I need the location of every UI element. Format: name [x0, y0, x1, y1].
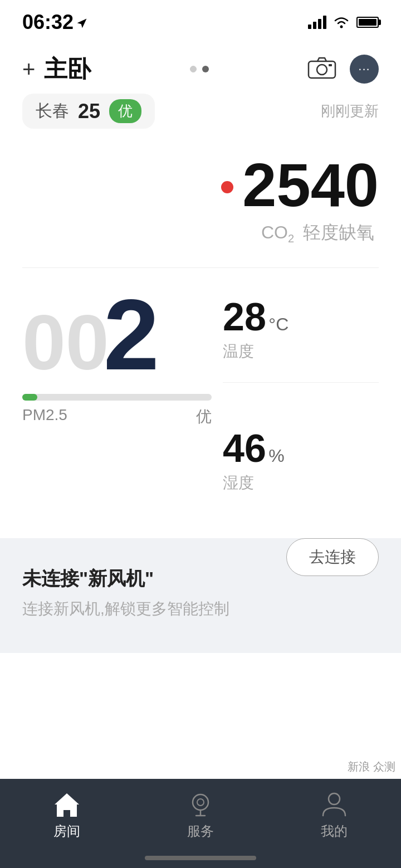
svg-point-4 — [193, 794, 208, 810]
connect-panel: 去连接 未连接"新风机" 连接新风机,解锁更多智能控制 — [0, 538, 401, 653]
add-button[interactable]: + — [22, 58, 35, 80]
temperature-value: 28 — [223, 295, 266, 339]
humidity-value-row: 46 % — [223, 427, 379, 470]
location-icon — [77, 16, 89, 28]
svg-rect-1 — [309, 61, 335, 78]
weather-bar: 长春 25 优 刚刚更新 — [0, 94, 401, 129]
co2-value: 2540 — [242, 151, 379, 218]
status-time: 06:32 — [22, 11, 89, 34]
header: + 主卧 ··· — [0, 45, 401, 94]
co2-indicator-dot — [221, 181, 233, 193]
metrics-row: 00 2 PM2.5 优 28 °C 温度 — [22, 285, 379, 427]
wifi-icon — [333, 16, 350, 28]
more-button[interactable]: ··· — [350, 55, 379, 84]
temperature-value-row: 28 °C — [223, 296, 379, 339]
connect-subtitle: 连接新风机,解锁更多智能控制 — [22, 598, 379, 620]
pm25-label: PM2.5 — [22, 406, 67, 427]
header-left: + 主卧 — [22, 53, 91, 85]
humidity-section: 46 % 湿度 — [223, 416, 379, 505]
svg-rect-3 — [329, 64, 332, 66]
weather-badge: 优 — [109, 99, 141, 123]
svg-point-5 — [197, 799, 204, 806]
page-dots — [190, 66, 209, 72]
co2-subscript: 2 — [288, 232, 294, 245]
humidity-unit: % — [268, 446, 284, 466]
svg-point-0 — [340, 26, 343, 28]
co2-label: CO2 — [261, 222, 294, 245]
tab-service[interactable]: 服务 — [134, 790, 267, 840]
tab-room-label: 房间 — [53, 822, 80, 840]
home-indicator — [145, 856, 256, 860]
signal-bars — [308, 16, 326, 29]
weather-city: 长春 — [36, 100, 69, 123]
humidity-label: 湿度 — [223, 472, 379, 494]
svg-point-2 — [317, 65, 327, 75]
tab-bar: 房间 服务 我的 — [0, 779, 401, 868]
tab-room[interactable]: 房间 — [0, 790, 134, 840]
page-title: 主卧 — [44, 53, 91, 85]
connect-button[interactable]: 去连接 — [286, 538, 379, 576]
home-icon — [51, 790, 82, 818]
temperature-label: 温度 — [223, 341, 379, 362]
dot-2[interactable] — [202, 66, 209, 72]
pm25-value: 2 — [104, 285, 159, 385]
temperature-unit: °C — [268, 314, 288, 334]
tab-profile-label: 我的 — [321, 822, 348, 840]
tab-service-label: 服务 — [187, 822, 214, 840]
pm25-display: 00 2 — [22, 285, 212, 385]
weather-temp: 25 — [78, 100, 100, 123]
tab-profile[interactable]: 我的 — [267, 790, 401, 840]
profile-icon — [319, 790, 350, 818]
right-metrics: 28 °C 温度 — [223, 285, 379, 392]
watermark: 新浪 众测 — [348, 759, 395, 774]
co2-value-row: 2540 — [221, 151, 379, 218]
pm25-status: 优 — [196, 406, 212, 427]
divider-1 — [22, 267, 379, 268]
humidity-metric: 46 % 湿度 — [223, 416, 379, 505]
header-right: ··· — [307, 55, 379, 84]
svg-point-6 — [329, 793, 340, 804]
update-time: 刚刚更新 — [321, 101, 379, 121]
pm25-section: 00 2 PM2.5 优 — [22, 285, 223, 427]
camera-button[interactable] — [307, 56, 336, 82]
co2-status: 轻度缺氧 — [303, 221, 374, 245]
status-bar: 06:32 — [0, 0, 401, 45]
divider-2 — [223, 382, 379, 383]
weather-info: 长春 25 优 — [22, 94, 155, 129]
battery-icon — [356, 17, 379, 28]
dot-1[interactable] — [190, 66, 197, 72]
pm25-bar-labels: PM2.5 优 — [22, 406, 212, 427]
humidity-value: 46 — [223, 427, 266, 470]
co2-section: 2540 CO2 轻度缺氧 — [22, 151, 379, 245]
temperature-metric: 28 °C 温度 — [223, 285, 379, 373]
pm25-bar-track — [22, 394, 212, 401]
co2-label-row: CO2 轻度缺氧 — [261, 221, 379, 245]
main-content: 2540 CO2 轻度缺氧 00 2 PM2.5 优 — [0, 140, 401, 505]
pm25-leading-zeros: 00 — [22, 304, 109, 382]
pm25-bar-wrap: PM2.5 优 — [22, 394, 212, 427]
status-icons — [308, 16, 379, 29]
pm25-bar-fill — [22, 394, 37, 401]
service-icon — [185, 790, 216, 818]
